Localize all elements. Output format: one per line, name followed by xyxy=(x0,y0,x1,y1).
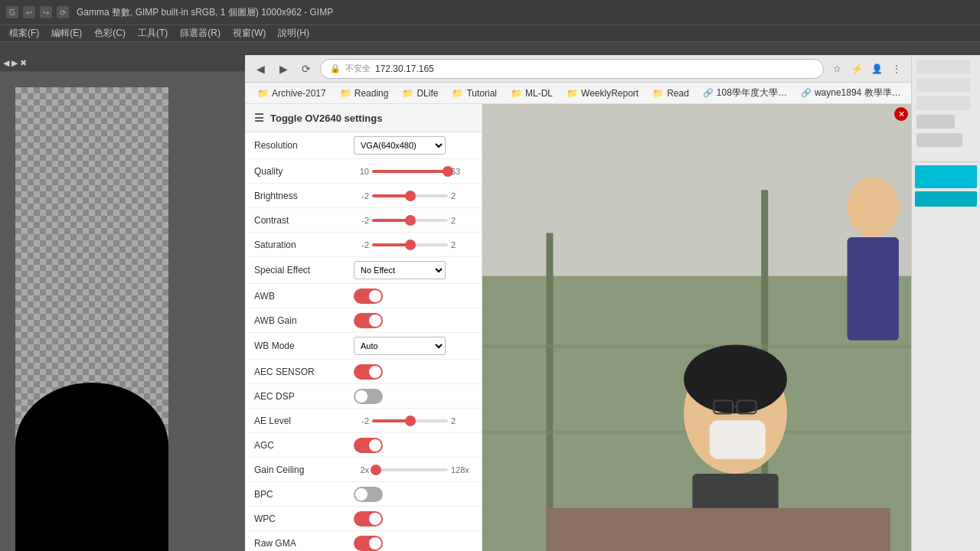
bookmark-dlife[interactable]: 📁 DLife xyxy=(396,86,444,101)
redo-icon[interactable]: ↪ xyxy=(40,6,52,18)
brightness-track[interactable] xyxy=(372,194,448,197)
saturation-max: 2 xyxy=(451,240,472,249)
wpc-label: WPC xyxy=(254,514,354,524)
menu-tools[interactable]: 工具(T) xyxy=(132,25,174,41)
svg-rect-7 xyxy=(848,237,899,341)
menu-color[interactable]: 色彩(C) xyxy=(88,25,132,41)
wb-mode-row: WB Mode Auto xyxy=(245,333,482,360)
bookmark-108[interactable]: 🔗 108學年度大學… xyxy=(697,84,793,102)
aec-sensor-toggle[interactable] xyxy=(354,364,383,380)
wb-mode-select[interactable]: Auto xyxy=(354,337,446,355)
right-panel-mid xyxy=(912,162,980,551)
contrast-thumb[interactable] xyxy=(405,215,416,226)
special-effect-select[interactable]: No Effect xyxy=(354,261,446,279)
wpc-toggle[interactable] xyxy=(354,511,383,527)
address-bar[interactable]: 🔒 不安全 172.30.17.165 xyxy=(320,59,824,79)
brightness-label: Brightness xyxy=(254,191,354,201)
bpc-knob xyxy=(355,488,368,500)
reload-button[interactable]: ⟳ xyxy=(297,60,315,78)
ae-level-thumb[interactable] xyxy=(405,416,416,426)
gimp-canvas[interactable] xyxy=(0,72,245,551)
special-effect-row: Special Effect No Effect xyxy=(245,257,482,284)
aec-sensor-row: AEC SENSOR xyxy=(245,360,482,384)
awb-gain-toggle[interactable] xyxy=(354,313,383,328)
bookmarks-bar: 📁 Archive-2017 📁 Reading 📁 DLife 📁 Tutor… xyxy=(245,83,911,104)
teal-bar-1 xyxy=(915,165,977,188)
awb-gain-knob xyxy=(369,315,381,327)
settings-panel: ☰ Toggle OV2640 settings Resolution VGA(… xyxy=(245,104,482,551)
menu-windows[interactable]: 視窗(W) xyxy=(227,25,272,41)
svg-rect-15 xyxy=(546,508,890,551)
teal-bar-2 xyxy=(915,191,977,207)
menu-edit[interactable]: 編輯(E) xyxy=(45,25,88,41)
brightness-min: -2 xyxy=(354,191,369,201)
extensions-button[interactable]: ⚡ xyxy=(848,60,865,77)
quality-label: Quality xyxy=(254,166,354,177)
gain-ceiling-thumb[interactable] xyxy=(371,465,381,475)
resolution-select[interactable]: VGA(640x480) xyxy=(354,136,446,155)
bookmark-ml[interactable]: 📁 ML-DL xyxy=(505,86,559,101)
svg-rect-4 xyxy=(482,344,911,347)
svg-point-9 xyxy=(684,344,787,413)
title-bar: G ↩ ↪ ⟳ Gamma 整數, GIMP built-in sRGB, 1 … xyxy=(0,0,980,24)
menu-file[interactable]: 檔案(F) xyxy=(3,25,45,41)
wpc-row: WPC xyxy=(245,507,482,531)
camera-close-button[interactable]: ✕ xyxy=(894,107,908,121)
aec-dsp-knob xyxy=(355,390,368,403)
bookmark-wayne[interactable]: 🔗 wayne1894 教學準… xyxy=(795,84,907,102)
gain-ceiling-track[interactable] xyxy=(372,468,448,471)
star-button[interactable]: ☆ xyxy=(828,60,845,77)
agc-row: AGC xyxy=(245,433,482,458)
bookmark-weekly[interactable]: 📁 WeeklyReport xyxy=(560,86,645,101)
canvas-shape xyxy=(15,383,168,551)
svg-point-6 xyxy=(848,177,899,237)
brightness-max: 2 xyxy=(451,191,472,201)
title-text: Gamma 整數, GIMP built-in sRGB, 1 個圖層) 100… xyxy=(77,6,333,19)
profile-button[interactable]: 👤 xyxy=(868,60,885,77)
browser-nav: ◀ ▶ ⟳ 🔒 不安全 172.30.17.165 ☆ ⚡ 👤 ⋮ xyxy=(245,55,911,83)
app-icon: G xyxy=(6,6,18,18)
forward-button[interactable]: ▶ xyxy=(274,60,292,78)
quality-track[interactable] xyxy=(372,170,448,173)
folder-icon: 📁 xyxy=(340,88,351,99)
bpc-row: BPC xyxy=(245,482,482,507)
ae-level-min: -2 xyxy=(354,416,369,425)
saturation-track[interactable] xyxy=(372,243,448,246)
ae-level-track[interactable] xyxy=(372,419,448,422)
link-icon2: 🔗 xyxy=(801,88,812,98)
aec-dsp-toggle[interactable] xyxy=(354,389,383,404)
bpc-label: BPC xyxy=(254,489,354,500)
back-button[interactable]: ◀ xyxy=(251,60,270,78)
bookmark-read[interactable]: 📁 Read xyxy=(646,86,695,101)
gimp-area: ◀ ▶ ✖ xyxy=(0,55,245,551)
aec-dsp-row: AEC DSP xyxy=(245,384,482,409)
ae-level-row: AE Level -2 2 xyxy=(245,409,482,433)
awb-toggle[interactable] xyxy=(354,289,383,304)
menu-filters[interactable]: 篩選器(R) xyxy=(174,25,227,41)
bookmark-tutorial[interactable]: 📁 Tutorial xyxy=(446,86,503,101)
agc-toggle[interactable] xyxy=(354,438,383,453)
saturation-thumb[interactable] xyxy=(405,240,416,250)
resolution-row: Resolution VGA(640x480) xyxy=(245,132,482,159)
bookmark-reading[interactable]: 📁 Reading xyxy=(334,86,395,101)
ruler-horizontal xyxy=(0,41,980,55)
restore-icon[interactable]: ⟳ xyxy=(57,6,69,18)
brightness-thumb[interactable] xyxy=(405,191,416,201)
undo-icon[interactable]: ↩ xyxy=(23,6,35,18)
contrast-track[interactable] xyxy=(372,219,448,222)
menu-button[interactable]: ⋮ xyxy=(888,60,905,77)
wpc-knob xyxy=(369,513,381,525)
menu-bar: 檔案(F) 編輯(E) 色彩(C) 工具(T) 篩選器(R) 視窗(W) 說明(… xyxy=(0,24,980,41)
hamburger-icon[interactable]: ☰ xyxy=(254,112,264,124)
menu-help[interactable]: 說明(H) xyxy=(272,25,315,41)
special-effect-label: Special Effect xyxy=(254,265,354,276)
bpc-toggle[interactable] xyxy=(354,487,383,502)
bookmark-archive[interactable]: 📁 Archive-2017 xyxy=(251,86,332,101)
quality-thumb[interactable] xyxy=(443,166,453,177)
browser-panel: ◀ ▶ ⟳ 🔒 不安全 172.30.17.165 ☆ ⚡ 👤 ⋮ 📁 Arch… xyxy=(245,55,911,551)
gain-ceiling-label: Gain Ceiling xyxy=(254,465,354,475)
awb-gain-row: AWB Gain xyxy=(245,308,482,333)
ae-level-label: AE Level xyxy=(254,416,354,426)
aec-sensor-knob xyxy=(369,366,381,378)
raw-gma-toggle[interactable] xyxy=(354,536,383,551)
